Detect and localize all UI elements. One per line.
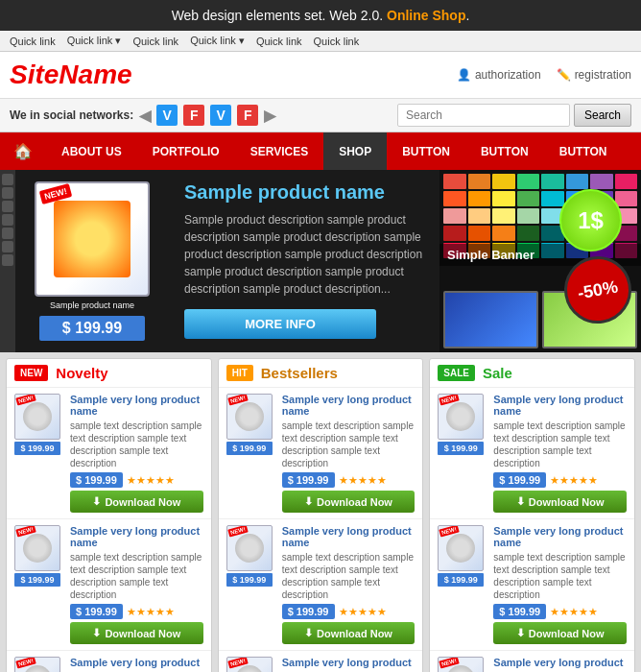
color-cell xyxy=(615,191,638,206)
thumb-box: NEW! xyxy=(438,657,484,672)
banner-highlight: Online Shop xyxy=(387,8,465,23)
header: SiteName 👤 authorization ✏️ registration xyxy=(0,52,641,99)
side-dots xyxy=(0,170,15,352)
header-right: 👤 authorization ✏️ registration xyxy=(457,68,631,82)
download-button[interactable]: ⬇ Download Now xyxy=(282,622,415,644)
product-price: $ 199.99 xyxy=(70,472,123,488)
color-cell xyxy=(468,191,491,206)
star-rating: ★★★★★ xyxy=(550,474,598,487)
thumb-box: NEW! xyxy=(14,657,60,672)
hero-product-left: NEW! Sample product name $ 199.99 xyxy=(15,170,169,352)
download-label: Download Now xyxy=(105,496,180,508)
nav-home-button[interactable]: 🏠 xyxy=(0,132,46,170)
nav-button2[interactable]: BUTTON xyxy=(465,132,544,170)
right-arrow-icon[interactable]: ▶ xyxy=(264,107,275,125)
product-name-link[interactable]: Sample very long product name xyxy=(282,394,415,417)
nav-button3[interactable]: BUTTON xyxy=(544,132,623,170)
product-name-link[interactable]: Sample very long product name xyxy=(493,394,627,417)
download-button[interactable]: ⬇ Download Now xyxy=(282,491,415,513)
product-thumb: NEW! $ 199.99 xyxy=(438,525,487,587)
color-cell xyxy=(468,226,491,241)
color-cell xyxy=(443,174,466,189)
nav-portfolio[interactable]: PORTFOLIO xyxy=(137,132,235,170)
pencil-icon: ✏️ xyxy=(557,68,571,82)
color-cell xyxy=(443,226,466,241)
product-description: sample text description sample text desc… xyxy=(282,551,415,601)
quick-link-6[interactable]: Quick link xyxy=(314,36,360,47)
social-v1-icon[interactable]: V xyxy=(156,105,178,126)
quick-link-2[interactable]: Quick link ▾ xyxy=(67,35,122,47)
download-label: Download Now xyxy=(529,628,605,639)
product-item-2-1: NEW! $ 199.99 Sample very long product n… xyxy=(430,519,634,651)
registration-link[interactable]: ✏️ registration xyxy=(557,68,631,82)
product-price: $ 199.99 xyxy=(493,604,546,619)
nav-shop[interactable]: SHOP xyxy=(323,132,387,170)
color-cell xyxy=(492,208,515,224)
hero-product-title: Sample product name xyxy=(184,181,424,204)
thumb-box: NEW! xyxy=(226,525,273,571)
thumb-box: NEW! xyxy=(438,525,484,571)
product-item-0-1: NEW! $ 199.99 Sample very long product n… xyxy=(7,519,211,651)
section-title-2: Sale xyxy=(483,365,512,381)
quick-link-5[interactable]: Quick link xyxy=(256,36,302,47)
nav-button1[interactable]: BUTTON xyxy=(387,132,465,170)
hero-main-content: Sample product name Sample product descr… xyxy=(169,170,439,352)
download-button[interactable]: ⬇ Download Now xyxy=(493,622,627,644)
thumb-box: NEW! xyxy=(226,394,273,440)
section-badge-0: NEW xyxy=(14,365,48,381)
hero-product-box: NEW! xyxy=(35,181,150,297)
more-info-button[interactable]: MORE INFO xyxy=(184,309,376,339)
site-name[interactable]: SiteName xyxy=(10,60,132,90)
quick-link-1[interactable]: Quick link xyxy=(10,36,56,47)
product-info: Sample very long product name sample tex… xyxy=(70,525,203,644)
dot-1 xyxy=(2,174,13,185)
nav-services[interactable]: SERVICES xyxy=(235,132,323,170)
product-item-0-0: NEW! $ 199.99 Sample very long product n… xyxy=(7,388,211,519)
color-cell xyxy=(443,191,466,206)
download-icon: ⬇ xyxy=(304,627,313,639)
download-button[interactable]: ⬇ Download Now xyxy=(70,491,203,513)
dot-2 xyxy=(2,187,13,199)
download-button[interactable]: ⬇ Download Now xyxy=(70,622,203,644)
section-sale: SALESale NEW! $ 199.99 Sample very long … xyxy=(429,358,635,672)
thumb-box: NEW! xyxy=(14,525,60,571)
nav-about-us[interactable]: ABOUT US xyxy=(46,132,137,170)
thumb-price: $ 199.99 xyxy=(14,442,60,455)
authorization-link[interactable]: 👤 authorization xyxy=(457,68,541,82)
download-icon: ⬇ xyxy=(516,627,525,639)
social-f2-icon[interactable]: F xyxy=(237,105,258,126)
star-rating: ★★★★★ xyxy=(127,606,175,618)
left-arrow-icon[interactable]: ◀ xyxy=(139,107,151,125)
quick-link-3[interactable]: Quick link xyxy=(132,36,178,47)
product-item-1-2: NEW! $ 199.99 Sample very long product n… xyxy=(219,651,423,672)
product-name-link[interactable]: Sample very long product name xyxy=(70,657,203,672)
dollar-badge: 1$ xyxy=(559,189,622,252)
download-button[interactable]: ⬇ Download Now xyxy=(493,491,627,513)
download-icon: ⬇ xyxy=(516,495,525,508)
product-name-link[interactable]: Sample very long product name xyxy=(493,525,627,548)
product-name-link[interactable]: Sample very long product name xyxy=(282,657,415,672)
product-name-link[interactable]: Sample very long product name xyxy=(70,394,203,417)
product-thumb: NEW! $ 199.99 xyxy=(14,394,64,455)
quick-link-4[interactable]: Quick link ▾ xyxy=(190,35,245,47)
social-v2-icon[interactable]: V xyxy=(210,105,231,126)
product-info: Sample very long product name sample tex… xyxy=(70,657,203,672)
section-badge-1: HIT xyxy=(226,365,253,381)
product-item-2-2: NEW! $ 199.99 Sample very long product n… xyxy=(430,651,634,672)
product-sections: NEWNovelty NEW! $ 199.99 Sample very lon… xyxy=(0,352,641,672)
color-cell xyxy=(443,208,466,224)
search-button[interactable]: Search xyxy=(574,104,631,127)
product-name-link[interactable]: Sample very long product name xyxy=(70,525,203,548)
banner-suffix: . xyxy=(465,8,469,23)
search-input[interactable] xyxy=(397,104,570,127)
star-rating: ★★★★★ xyxy=(127,474,175,487)
color-cell xyxy=(517,191,540,206)
product-name-link[interactable]: Sample very long product name xyxy=(493,657,627,672)
thumb-box: NEW! xyxy=(438,394,484,440)
download-icon: ⬇ xyxy=(92,627,101,639)
social-f1-icon[interactable]: F xyxy=(183,105,204,126)
product-thumb: NEW! $ 199.99 xyxy=(438,657,487,672)
product-price: $ 199.99 xyxy=(282,472,335,488)
product-name-link[interactable]: Sample very long product name xyxy=(282,525,415,548)
product-description: sample text description sample text desc… xyxy=(493,551,627,601)
